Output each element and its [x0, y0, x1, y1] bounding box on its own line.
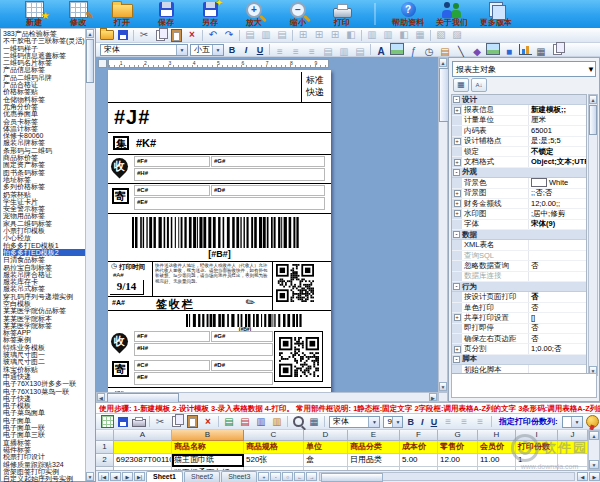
scroll-right-icon[interactable]: ▶ — [589, 472, 600, 481]
cell-D2[interactable]: 盒 — [304, 454, 348, 467]
property-row[interactable]: +背景图;;否;否 — [452, 189, 586, 199]
paste-icon[interactable] — [169, 29, 183, 41]
delete-icon[interactable]: × — [185, 29, 199, 41]
time-object-icon[interactable]: ◷ — [422, 46, 436, 58]
sheet-hscrollbar[interactable] — [319, 472, 575, 481]
template-item[interactable]: 产品二维码吊牌 — [3, 74, 95, 81]
property-row[interactable]: 查询SQL — [452, 251, 586, 261]
redo-icon[interactable]: ↷ — [222, 29, 236, 41]
cut-icon[interactable]: ✂ — [137, 29, 151, 41]
scrollbar-thumb[interactable] — [321, 473, 383, 482]
sheet-tool-button[interactable]: → — [306, 472, 317, 481]
template-item[interactable]: 服装吊式标签 — [3, 285, 95, 292]
template-item[interactable]: 优惠券面单 — [3, 110, 95, 117]
property-row[interactable]: +报表信息新建模板;; — [452, 105, 586, 115]
field-h[interactable]: #H# — [134, 168, 325, 181]
template-item[interactable]: 服装吊牌合格证 — [3, 271, 95, 278]
sheet-tab-sheet2[interactable]: Sheet2 — [184, 471, 220, 482]
field-k[interactable]: #K# — [136, 137, 156, 149]
align-center-icon[interactable]: ▥ — [259, 29, 273, 41]
sheet-nav-button[interactable]: ▶ — [122, 472, 133, 481]
design-canvas[interactable]: 123456789 标准快递 #J# 集 #K# 收 #F# #G# #H# 寄… — [96, 57, 448, 402]
scrollbar-thumb[interactable] — [439, 68, 448, 122]
template-item[interactable]: 不干胶电子三联标签(灵活) — [3, 37, 95, 44]
align-left-icon[interactable]: ▤ — [243, 29, 257, 41]
find-icon[interactable] — [291, 416, 305, 428]
shape-object-icon[interactable]: ◆ — [470, 46, 484, 58]
canvas-vscrollbar[interactable]: ▲ ▼ — [438, 57, 448, 392]
new-button[interactable]: ★新建 — [14, 1, 54, 28]
print-button[interactable]: 打印 — [322, 1, 362, 28]
template-item[interactable]: 玻璃尺寸图二 — [3, 358, 95, 365]
cut-icon[interactable]: ✂ — [153, 416, 167, 428]
template-item[interactable]: 电子76X130菜鸟一联 — [3, 388, 95, 395]
property-row[interactable]: +共享打印设置[] — [452, 313, 586, 323]
categorized-view-icon[interactable]: ▦ — [453, 78, 469, 92]
property-row[interactable]: 单色打印否 — [452, 303, 586, 313]
valign-bottom-icon[interactable]: ▤ — [353, 46, 367, 58]
align-text-center-icon[interactable]: ≡ — [289, 46, 303, 58]
template-item[interactable]: 电子面单三联 — [3, 431, 95, 438]
chart-object-icon[interactable] — [518, 43, 532, 55]
grid-settings-icon[interactable]: ▦ — [307, 416, 321, 428]
template-item[interactable]: 直播标签 — [3, 439, 95, 446]
scroll-left-icon[interactable]: ◀ — [97, 393, 105, 401]
cell-align-center-icon[interactable]: ≡ — [457, 416, 471, 428]
template-item[interactable]: 电子菜鸟面单 — [3, 409, 95, 416]
scroll-up-icon[interactable]: ▲ — [86, 29, 94, 38]
zoom-out-button[interactable]: 缩小 — [278, 1, 318, 28]
field-h[interactable]: #H# — [134, 343, 273, 356]
cell-J1[interactable] — [558, 441, 588, 454]
sheet-tool-button[interactable]: - — [270, 472, 281, 481]
picture-object-icon[interactable] — [390, 43, 404, 55]
property-row[interactable]: 数据库连接 — [452, 272, 586, 282]
field-object-icon[interactable]: ƒ — [406, 46, 420, 58]
template-item[interactable]: 图书条码标签 — [3, 169, 95, 176]
align-text-right-icon[interactable]: ≡ — [305, 46, 319, 58]
cell-D1[interactable]: 单位 — [304, 441, 348, 454]
grid-vscrollbar[interactable]: ▲ ▼ — [588, 430, 600, 470]
template-item[interactable]: 服装库存卡 — [3, 278, 95, 285]
property-row[interactable]: +财务金额线12;0.00;; — [452, 199, 586, 209]
property-row[interactable]: 计量单位厘米 — [452, 116, 586, 126]
template-item[interactable]: 安全警示标签 — [3, 205, 95, 212]
template-item[interactable]: 某某医学院标本 — [3, 315, 95, 322]
sheet-nav-button[interactable]: ◀ — [110, 472, 121, 481]
scroll-up-icon[interactable]: ▲ — [589, 431, 599, 440]
property-row[interactable]: 背景色White — [452, 178, 586, 188]
cell-I2[interactable]: 1 — [516, 454, 558, 467]
new-sheet-icon[interactable] — [100, 416, 114, 428]
template-item[interactable]: 电子快递 — [3, 395, 95, 402]
template-item[interactable]: 产品合格证 — [3, 81, 95, 88]
template-item[interactable]: 商品标价签 — [3, 154, 95, 161]
template-item[interactable]: 税票打印设计 — [3, 453, 95, 460]
template-item[interactable]: 学生证卡片 — [3, 198, 95, 205]
template-item[interactable]: 383产品检验标签 — [3, 30, 95, 37]
open-button[interactable]: 打开 — [102, 1, 142, 28]
fill-object-icon[interactable]: ■ — [502, 46, 516, 58]
canvas-hscrollbar[interactable]: ◀ ▶ — [96, 392, 438, 402]
row-header-2[interactable]: 2 — [96, 454, 114, 467]
template-item[interactable]: 电子模板 — [3, 402, 95, 409]
paste-icon[interactable] — [185, 416, 199, 428]
scroll-down-icon[interactable]: ▼ — [439, 382, 447, 391]
cell-E1[interactable]: 商品分类 — [348, 441, 400, 454]
scrollbar-thumb[interactable] — [107, 393, 179, 402]
template-item[interactable]: 仓储物料标签 — [3, 96, 95, 103]
same-width-icon[interactable]: ◧ — [344, 29, 358, 41]
cell-B1[interactable]: 商品名称 — [172, 441, 244, 454]
field-c[interactable]: #C# — [134, 360, 210, 371]
property-row[interactable]: XML表名 — [452, 240, 586, 250]
template-item[interactable]: 拍多多打ED模板1 — [3, 242, 95, 249]
property-row[interactable]: 字体宋体(9) — [452, 220, 586, 230]
field-e[interactable]: #E# — [134, 197, 325, 210]
insert-row-icon[interactable]: ▤ — [222, 416, 236, 428]
scrollbar-thumb[interactable] — [86, 39, 94, 83]
undo-icon[interactable]: ↶ — [206, 29, 220, 41]
template-item[interactable]: 服装吊牌标签 — [3, 139, 95, 146]
qr-code[interactable] — [276, 264, 314, 302]
template-item[interactable]: 自定义起始序列号实例 — [3, 475, 95, 482]
qr-code-frame[interactable] — [274, 331, 323, 382]
property-category[interactable]: -外观 — [452, 168, 586, 178]
cell-C1[interactable]: 商品规格 — [244, 441, 304, 454]
